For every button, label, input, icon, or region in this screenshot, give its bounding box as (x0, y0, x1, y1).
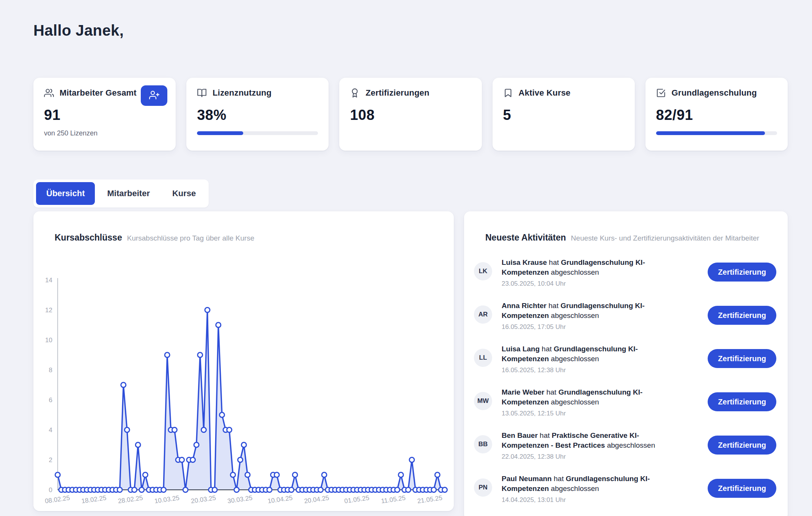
avatar: LK (474, 262, 492, 280)
x-axis-tick-label: 18.02.25 (81, 494, 107, 505)
chart-card: KursabschlüsseKursabschlüsse pro Tag übe… (33, 211, 454, 511)
zertifizierung-badge: Zertifizierung (708, 436, 776, 455)
activity-text: Luisa Krause hat Grundlagenschulung KI-K… (502, 258, 683, 289)
stat-label: Aktive Kurse (519, 88, 571, 98)
chart-point (143, 472, 148, 477)
tab-mitarbeiter[interactable]: Mitarbeiter (97, 182, 160, 205)
chart-point (241, 442, 246, 447)
zertifizierung-badge: Zertifizierung (708, 479, 776, 498)
chart-point (318, 488, 323, 492)
chart-point (216, 322, 221, 327)
avatar: MW (474, 392, 492, 410)
x-axis-tick-label: 10.03.25 (154, 494, 180, 505)
chart-point (201, 428, 206, 433)
stat-sub: von 250 Lizenzen (44, 129, 165, 137)
activities-subtitle: Neueste Kurs- und Zertifizierungsaktivit… (571, 234, 759, 242)
chart-line (58, 310, 445, 490)
page-greeting: Hallo Janek, (33, 22, 124, 39)
activity-description: Marie Weber hat Grundlagenschulung KI-Ko… (502, 387, 683, 407)
x-axis-tick-label: 30.03.25 (227, 494, 253, 505)
chart-point (190, 458, 195, 463)
stat-value: 5 (503, 107, 624, 123)
chart-point (220, 412, 225, 417)
x-axis-tick-label: 01.05.25 (344, 494, 370, 505)
avatar: LL (474, 349, 492, 367)
activity-timestamp: 23.05.2025, 10:04 Uhr (502, 280, 683, 288)
stat-label: Grundlagenschulung (672, 88, 757, 98)
activity-timestamp: 16.05.2025, 12:38 Uhr (502, 367, 683, 374)
activity-description: Ben Bauer hat Praktische Generative KI-K… (502, 431, 683, 450)
chart-point (179, 458, 184, 463)
activity-description: Luisa Krause hat Grundlagenschulung KI-K… (502, 258, 683, 277)
zertifizierung-badge: Zertifizierung (708, 392, 776, 411)
chart-point (227, 428, 232, 433)
chart-title: Kursabschlüsse (55, 233, 122, 242)
training-progress-track (656, 131, 777, 135)
users-icon (44, 88, 54, 98)
stat-card-mitarbeiter-gesamt: Mitarbeiter Gesamt 91 von 250 Lizenzen (33, 78, 176, 151)
award-icon (350, 88, 360, 98)
chart-point (293, 472, 297, 477)
y-axis-tick-label: 12 (45, 307, 52, 314)
y-axis-tick-label: 2 (49, 456, 52, 464)
activity-text: Luisa Lang hat Grundlagenschulung KI-Kom… (502, 344, 683, 376)
chart-point (234, 488, 239, 492)
avatar: BB (474, 435, 492, 453)
chart-point (198, 352, 203, 357)
stats-row: Mitarbeiter Gesamt 91 von 250 Lizenzen L… (33, 78, 788, 151)
chart-point (398, 472, 403, 477)
avatar: PN (474, 478, 492, 497)
chart-point (55, 472, 60, 477)
activity-timestamp: 22.04.2025, 12:38 Uhr (502, 453, 683, 461)
activity-text: Paul Neumann hat Grundlagenschulung KI-K… (502, 474, 683, 506)
stat-value: 108 (350, 107, 471, 123)
chart-point (267, 488, 272, 492)
y-axis-tick-label: 4 (49, 426, 52, 434)
activity-text: Ben Bauer hat Praktische Generative KI-K… (502, 431, 683, 463)
activity-text: Anna Richter hat Grundlagenschulung KI-K… (502, 301, 683, 333)
chart-point (121, 382, 126, 387)
stat-card-aktive-kurse: Aktive Kurse 5 (493, 78, 635, 151)
activities-card: Neueste AktivitätenNeueste Kurs- und Zer… (464, 211, 788, 516)
zertifizierung-badge: Zertifizierung (708, 263, 776, 282)
chart-point (409, 458, 414, 463)
tab-kurse[interactable]: Kurse (162, 182, 206, 205)
zertifizierung-badge: Zertifizierung (708, 306, 776, 325)
chart-point (135, 442, 140, 447)
y-axis-tick-label: 8 (49, 367, 52, 374)
stat-value: 91 (44, 107, 165, 123)
bookmark-icon (503, 88, 513, 98)
x-axis-tick-label: 20.04.25 (304, 494, 329, 505)
training-progress-fill (656, 131, 765, 135)
zertifizierung-badge: Zertifizierung (708, 349, 776, 368)
person-add-icon (149, 90, 159, 101)
chart-point (212, 488, 217, 492)
y-axis-tick-label: 0 (49, 486, 52, 494)
activity-item: PNPaul Neumann hat Grundlagenschulung KI… (474, 474, 776, 506)
chart-point (183, 488, 188, 492)
y-axis-tick-label: 10 (45, 337, 52, 344)
book-open-icon (197, 88, 207, 98)
chart-point (435, 472, 440, 477)
chart-point (238, 458, 243, 463)
chart-point (132, 488, 137, 492)
chart-point (431, 488, 436, 492)
activity-timestamp: 14.04.2025, 13:01 Uhr (502, 496, 683, 504)
stat-card-grundlagenschulung: Grundlagenschulung 82/91 (645, 78, 788, 151)
course-completions-chart: 0246810121408.02.2518.02.2528.02.2510.03… (38, 275, 452, 516)
tab-uebersicht[interactable]: Übersicht (36, 182, 95, 205)
add-user-button[interactable] (141, 85, 167, 106)
stat-label: Lizenznutzung (212, 88, 271, 98)
activity-list: LKLuisa Krause hat Grundlagenschulung KI… (474, 258, 776, 506)
chart-point (322, 472, 327, 477)
chart-point (194, 442, 199, 447)
activity-description: Anna Richter hat Grundlagenschulung KI-K… (502, 301, 683, 321)
x-axis-tick-label: 11.05.25 (381, 494, 406, 505)
chart-point (230, 472, 235, 477)
chart-point (274, 472, 279, 477)
chart-point (205, 308, 210, 313)
chart-point (245, 472, 250, 477)
activity-timestamp: 16.05.2025, 17:05 Uhr (502, 323, 683, 331)
x-axis-tick-label: 20.03.25 (190, 494, 216, 505)
y-axis-tick-label: 6 (49, 396, 52, 404)
